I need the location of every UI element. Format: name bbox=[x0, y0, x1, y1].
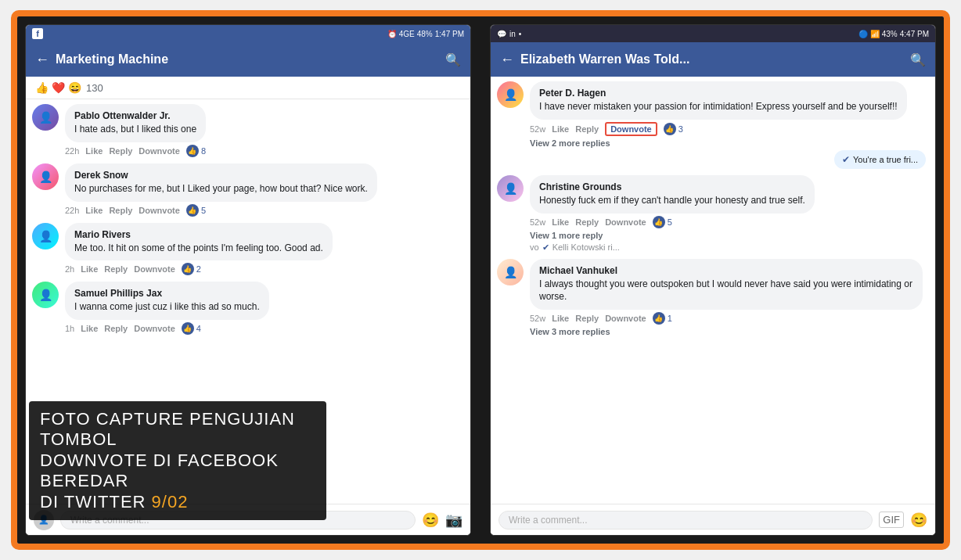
downvote-btn-4[interactable]: Downvote bbox=[134, 324, 175, 333]
avatar-pablo: 👤 bbox=[32, 104, 59, 131]
time-text: 1:47 PM bbox=[435, 30, 464, 38]
reply-btn-4[interactable]: Reply bbox=[104, 324, 128, 333]
back-button-left[interactable]: ← bbox=[35, 52, 49, 68]
right-comment-1: 👤 Peter D. Hagen I have never mistaken y… bbox=[497, 81, 929, 169]
back-button-right[interactable]: ← bbox=[500, 52, 514, 68]
like-num-4: 4 bbox=[196, 324, 201, 333]
like-btn-3[interactable]: Like bbox=[81, 264, 98, 274]
right-comment-bubble-2: Christine Grounds Honestly fuck em if th… bbox=[530, 175, 815, 214]
status-bar-left-icons: f bbox=[32, 28, 43, 39]
gif-button[interactable]: GIF bbox=[879, 512, 904, 528]
reaction-count: 130 bbox=[86, 82, 103, 94]
comment-actions-3: 2h Like Reply Downvote 👍 2 bbox=[65, 263, 464, 275]
like-btn-4[interactable]: Like bbox=[81, 324, 98, 333]
comment-bubble-2: Derek Snow No purchases for me, but I Li… bbox=[65, 163, 377, 202]
right-reply-btn-3[interactable]: Reply bbox=[575, 314, 599, 323]
comment-1: 👤 Pablo Ottenwalder Jr. I hate ads, but … bbox=[32, 104, 464, 157]
like-num-2: 5 bbox=[201, 206, 206, 215]
right-like-btn-3[interactable]: Like bbox=[552, 314, 569, 323]
search-icon-left[interactable]: 🔍 bbox=[445, 52, 461, 67]
overlay-line2: DOWNVOTE DI FACEBOOK BEREDAR bbox=[40, 451, 315, 492]
comment-time-1: 22h bbox=[65, 146, 79, 156]
content-right: 👤 Peter D. Hagen I have never mistaken y… bbox=[491, 77, 935, 535]
status-bar-right-left: 💬 in • bbox=[497, 30, 521, 38]
facebook-icon: f bbox=[32, 28, 43, 39]
right-like-num-1: 3 bbox=[678, 124, 683, 134]
camera-icon-left[interactable]: 📷 bbox=[445, 512, 463, 529]
right-downvote-btn-2[interactable]: Downvote bbox=[605, 217, 646, 227]
right-comment-item-3: 👤 Michael Vanhukel I always thought you … bbox=[497, 259, 929, 311]
comment-bubble-4: Samuel Phillips Jax I wanna come just cu… bbox=[65, 282, 269, 320]
view-more-replies-3[interactable]: View 3 more replies bbox=[530, 325, 929, 339]
right-comment-3: 👤 Michael Vanhukel I always thought you … bbox=[497, 259, 929, 339]
right-like-count-1: 👍 3 bbox=[664, 123, 683, 135]
like-count-3: 👍 2 bbox=[182, 263, 201, 275]
commenter-name-2: Derek Snow bbox=[74, 170, 368, 181]
reply-btn-3[interactable]: Reply bbox=[104, 264, 128, 274]
comment-input-right[interactable]: Write a comment... bbox=[498, 511, 873, 529]
right-comment-text-1: I have never mistaken your passion for i… bbox=[539, 100, 898, 113]
right-thumb-icon-3: 👍 bbox=[653, 312, 665, 325]
phone-divider bbox=[477, 24, 484, 536]
time-right: 4:47 PM bbox=[900, 30, 929, 38]
main-container: f ⏰ 4GE 48% 1:47 PM ← Marketing Machine … bbox=[11, 10, 950, 550]
self-reply-bubble: ✔ You're a true fri... bbox=[834, 150, 926, 169]
commenter-name-1: Pablo Ottenwalder Jr. bbox=[74, 110, 196, 121]
signal-text: 4GE bbox=[399, 30, 415, 38]
avatar-michael: 👤 bbox=[497, 259, 524, 285]
kelli-reply-row: vo ✔ Kelli Kotowski ri... bbox=[530, 242, 929, 253]
right-like-btn-1[interactable]: Like bbox=[552, 124, 569, 134]
right-downvote-btn-3[interactable]: Downvote bbox=[605, 314, 646, 323]
like-num-1: 8 bbox=[201, 146, 206, 156]
like-num-3: 2 bbox=[196, 264, 201, 274]
self-reply-text: You're a true fri... bbox=[853, 155, 918, 164]
comment-item-3: 👤 Mario Rivers Me too. It hit on some of… bbox=[32, 223, 464, 261]
emoji-icon-right[interactable]: 😊 bbox=[910, 512, 927, 529]
emoji-icon-left[interactable]: 😊 bbox=[422, 512, 439, 529]
comment-item-4: 👤 Samuel Phillips Jax I wanna come just … bbox=[32, 282, 464, 320]
reply-btn-1[interactable]: Reply bbox=[109, 146, 132, 156]
reply-btn-2[interactable]: Reply bbox=[109, 206, 132, 215]
right-commenter-name-1: Peter D. Hagen bbox=[539, 88, 898, 99]
right-like-num-3: 1 bbox=[668, 314, 672, 323]
view-more-replies-2[interactable]: View 1 more reply bbox=[530, 228, 929, 242]
battery-text: 48% bbox=[417, 30, 433, 38]
downvote-btn-2[interactable]: Downvote bbox=[139, 206, 180, 215]
comment-actions-1: 22h Like Reply Downvote 👍 8 bbox=[65, 145, 464, 157]
vo-text: vo bbox=[530, 242, 539, 252]
comment-time-3: 2h bbox=[65, 264, 74, 274]
comment-text-1: I hate ads, but I liked this one bbox=[74, 123, 196, 136]
right-comment-2: 👤 Christine Grounds Honestly fuck em if … bbox=[497, 175, 929, 253]
avatar-samuel: 👤 bbox=[32, 282, 59, 308]
right-commenter-name-3: Michael Vanhukel bbox=[539, 265, 913, 276]
comment-2: 👤 Derek Snow No purchases for me, but I … bbox=[32, 163, 464, 217]
right-like-btn-2[interactable]: Like bbox=[552, 217, 569, 227]
linkedin-icon: in bbox=[509, 30, 516, 38]
overlay-line3: DI TWITTER 9/02 bbox=[40, 492, 315, 512]
thumb-icon-1: 👍 bbox=[186, 145, 199, 157]
like-emoji: 👍 bbox=[35, 81, 49, 94]
right-reply-btn-2[interactable]: Reply bbox=[575, 217, 599, 227]
downvote-btn-1[interactable]: Downvote bbox=[139, 146, 180, 156]
right-like-count-2: 👍 5 bbox=[653, 216, 672, 228]
comment-3: 👤 Mario Rivers Me too. It hit on some of… bbox=[32, 223, 464, 276]
right-thumb-icon-2: 👍 bbox=[653, 216, 665, 228]
msg-icon: 💬 bbox=[497, 30, 506, 38]
status-bar-left: f ⏰ 4GE 48% 1:47 PM bbox=[26, 25, 470, 42]
search-icon-right[interactable]: 🔍 bbox=[910, 52, 926, 67]
overlay-caption: FOTO CAPTURE PENGUJIAN TOMBOL DOWNVOTE D… bbox=[29, 401, 326, 520]
right-reply-btn-1[interactable]: Reply bbox=[575, 124, 599, 134]
right-thumb-icon-1: 👍 bbox=[664, 123, 676, 135]
battery-right: 43% bbox=[882, 30, 898, 38]
like-btn-1[interactable]: Like bbox=[85, 146, 103, 156]
status-bar-right-info: ⏰ 4GE 48% 1:47 PM bbox=[387, 30, 464, 38]
like-count-4: 👍 4 bbox=[182, 322, 201, 335]
nav-title-right: Elizabeth Warren Was Told... bbox=[520, 52, 910, 66]
thumb-icon-2: 👍 bbox=[186, 204, 199, 217]
commenter-name-3: Mario Rivers bbox=[74, 229, 323, 240]
view-more-replies-1[interactable]: View 2 more replies bbox=[530, 136, 929, 150]
right-downvote-btn-1[interactable]: Downvote bbox=[605, 122, 657, 136]
like-btn-2[interactable]: Like bbox=[85, 206, 103, 215]
nav-bar-left: ← Marketing Machine 🔍 bbox=[26, 42, 470, 77]
downvote-btn-3[interactable]: Downvote bbox=[134, 264, 175, 274]
